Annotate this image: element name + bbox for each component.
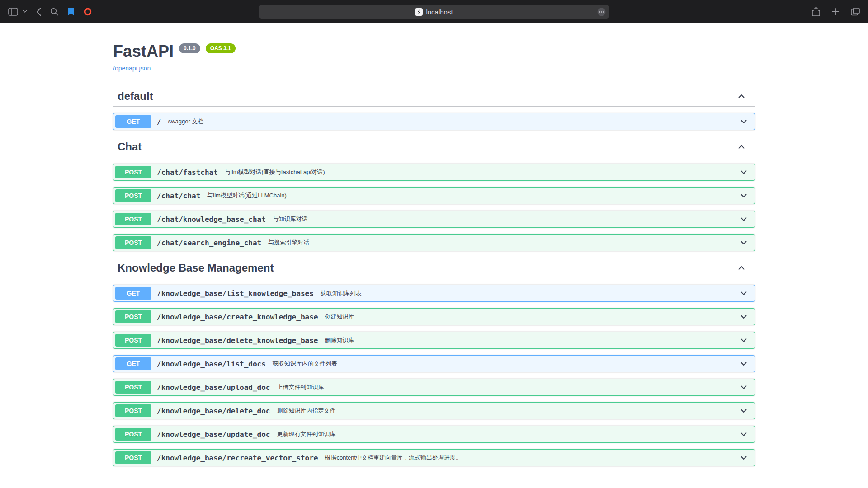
expand-endpoint-icon — [739, 191, 748, 200]
expand-endpoint-icon — [739, 453, 748, 462]
new-tab-button[interactable] — [832, 8, 839, 15]
method-badge: POST — [115, 334, 151, 347]
endpoint-path: /knowledge_base/recreate_vector_store — [157, 454, 318, 462]
endpoint-row[interactable]: POST /knowledge_base/delete_doc 删除知识库内指定… — [113, 402, 755, 419]
endpoint-path: /chat/search_engine_chat — [157, 239, 261, 247]
openapi-spec-link[interactable]: /openapi.json — [113, 65, 151, 72]
chevron-down-icon — [23, 10, 27, 13]
endpoint-description: swagger 文档 — [168, 117, 204, 126]
endpoint-description: 创建知识库 — [325, 313, 354, 321]
endpoint-row[interactable]: POST /chat/search_engine_chat 与搜索引擎对话 — [113, 234, 755, 251]
method-badge: GET — [115, 115, 151, 128]
endpoint-path: /knowledge_base/delete_knowledge_base — [157, 336, 318, 345]
api-section: Chat POST /chat/fastchat 与llm模型对话(直接与fas… — [113, 136, 755, 251]
expand-endpoint-icon — [739, 383, 748, 392]
expand-endpoint-icon — [739, 336, 748, 345]
method-badge: POST — [115, 213, 151, 225]
method-badge: POST — [115, 310, 151, 323]
method-badge: GET — [115, 357, 151, 370]
collapse-section-icon — [737, 142, 746, 151]
version-badge: 0.1.0 — [179, 43, 200, 53]
endpoint-row[interactable]: POST /knowledge_base/update_doc 更新现有文件到知… — [113, 426, 755, 443]
endpoint-row[interactable]: POST /chat/chat 与llm模型对话(通过LLMChain) — [113, 187, 755, 204]
api-sections: default GET / swagger 文档 Chat POST /chat… — [113, 86, 755, 466]
method-badge: GET — [115, 287, 151, 300]
endpoint-row[interactable]: GET /knowledge_base/list_knowledge_bases… — [113, 285, 755, 302]
endpoint-path: /chat/fastchat — [157, 168, 218, 177]
method-badge: POST — [115, 451, 151, 464]
section-header[interactable]: Knowledge Base Management — [113, 258, 755, 278]
endpoint-description: 删除知识库 — [325, 336, 354, 344]
site-favicon-icon — [415, 8, 423, 16]
endpoint-description: 根据content中文档重建向量库，流式输出处理进度。 — [325, 454, 462, 462]
endpoint-list: GET /knowledge_base/list_knowledge_bases… — [113, 285, 755, 466]
expand-endpoint-icon — [739, 215, 748, 224]
endpoint-row[interactable]: POST /knowledge_base/create_knowledge_ba… — [113, 308, 755, 325]
endpoint-path: /chat/knowledge_base_chat — [157, 215, 266, 224]
address-bar[interactable]: localhost — [259, 5, 609, 19]
section-title: Chat — [118, 141, 142, 152]
method-badge: POST — [115, 428, 151, 441]
endpoint-path: /chat/chat — [157, 192, 200, 200]
page-settings-icon[interactable] — [597, 8, 606, 16]
address-url: localhost — [426, 8, 453, 16]
api-section: default GET / swagger 文档 — [113, 86, 755, 130]
endpoint-path: /knowledge_base/list_docs — [157, 360, 266, 368]
expand-endpoint-icon — [739, 238, 748, 247]
endpoint-description: 更新现有文件到知识库 — [277, 430, 335, 438]
method-badge: POST — [115, 404, 151, 417]
collapse-section-icon — [737, 92, 746, 101]
extension-button-blue[interactable] — [67, 8, 75, 16]
plus-icon — [832, 8, 839, 15]
browser-toolbar: localhost — [0, 0, 868, 23]
section-title: Knowledge Base Management — [118, 262, 274, 273]
sidebar-icon — [8, 8, 18, 16]
tab-overview-button[interactable] — [851, 8, 860, 16]
endpoint-description: 与llm模型对话(通过LLMChain) — [207, 192, 287, 200]
endpoint-description: 获取知识库内的文件列表 — [273, 360, 337, 368]
expand-endpoint-icon — [739, 312, 748, 321]
expand-endpoint-icon — [739, 359, 748, 368]
endpoint-description: 获取知识库列表 — [321, 289, 362, 297]
endpoint-row[interactable]: GET /knowledge_base/list_docs 获取知识库内的文件列… — [113, 355, 755, 372]
expand-endpoint-icon — [739, 289, 748, 298]
section-header[interactable]: Chat — [113, 136, 755, 157]
back-button[interactable] — [36, 8, 41, 16]
toolbar-right-group — [812, 7, 860, 17]
search-icon — [50, 8, 58, 16]
search-button[interactable] — [50, 8, 58, 16]
section-title: default — [118, 90, 153, 102]
endpoint-row[interactable]: POST /knowledge_base/upload_doc 上传文件到知识库 — [113, 379, 755, 396]
collapse-section-icon — [737, 263, 746, 272]
endpoint-list: GET / swagger 文档 — [113, 113, 755, 130]
endpoint-description: 与llm模型对话(直接与fastchat api对话) — [225, 168, 325, 176]
share-icon — [812, 7, 820, 17]
tab-overview-icon — [851, 8, 860, 16]
endpoint-row[interactable]: POST /chat/fastchat 与llm模型对话(直接与fastchat… — [113, 164, 755, 181]
endpoint-path: /knowledge_base/create_knowledge_base — [157, 313, 318, 321]
swagger-container: FastAPI 0.1.0 OAS 3.1 /openapi.json defa… — [113, 23, 755, 466]
bookmark-extension-icon — [67, 8, 75, 16]
endpoint-row[interactable]: GET / swagger 文档 — [113, 113, 755, 130]
method-badge: POST — [115, 189, 151, 202]
method-badge: POST — [115, 381, 151, 394]
tab-group-menu-button[interactable] — [23, 10, 27, 13]
share-button[interactable] — [812, 7, 820, 17]
method-badge: POST — [115, 166, 151, 178]
endpoint-path: /knowledge_base/upload_doc — [157, 383, 270, 392]
expand-endpoint-icon — [739, 168, 748, 177]
endpoint-description: 删除知识库内指定文件 — [277, 407, 335, 415]
endpoint-path: /knowledge_base/update_doc — [157, 430, 270, 439]
endpoint-path: / — [157, 117, 161, 126]
endpoint-row[interactable]: POST /knowledge_base/delete_knowledge_ba… — [113, 332, 755, 349]
record-extension-icon — [84, 8, 92, 16]
endpoint-row[interactable]: POST /chat/knowledge_base_chat 与知识库对话 — [113, 211, 755, 228]
endpoint-path: /knowledge_base/delete_doc — [157, 407, 270, 415]
sidebar-toggle-button[interactable] — [8, 8, 18, 16]
api-info: FastAPI 0.1.0 OAS 3.1 /openapi.json — [113, 42, 755, 72]
endpoint-row[interactable]: POST /knowledge_base/recreate_vector_sto… — [113, 449, 755, 466]
extension-button-orange[interactable] — [84, 8, 92, 16]
section-header[interactable]: default — [113, 86, 755, 107]
endpoint-description: 与知识库对话 — [273, 215, 308, 223]
endpoint-description: 与搜索引擎对话 — [268, 239, 309, 247]
